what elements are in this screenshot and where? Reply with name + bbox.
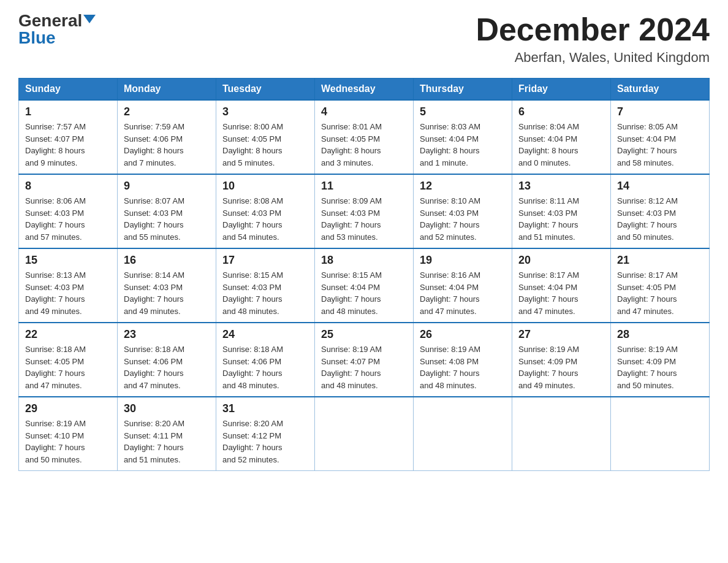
day-cell-9: 9Sunrise: 8:07 AM Sunset: 4:03 PM Daylig… — [118, 174, 216, 248]
day-info: Sunrise: 8:18 AM Sunset: 4:06 PM Dayligh… — [124, 343, 210, 391]
day-cell-26: 26Sunrise: 8:19 AM Sunset: 4:08 PM Dayli… — [414, 323, 512, 397]
day-cell-8: 8Sunrise: 8:06 AM Sunset: 4:03 PM Daylig… — [19, 174, 118, 248]
day-number: 9 — [124, 180, 210, 193]
day-info: Sunrise: 8:11 AM Sunset: 4:03 PM Dayligh… — [518, 195, 604, 243]
empty-cell — [611, 397, 710, 471]
day-number: 13 — [518, 180, 604, 193]
calendar-table: SundayMondayTuesdayWednesdayThursdayFrid… — [18, 78, 710, 471]
day-info: Sunrise: 8:01 AM Sunset: 4:05 PM Dayligh… — [321, 121, 407, 169]
day-cell-23: 23Sunrise: 8:18 AM Sunset: 4:06 PM Dayli… — [118, 323, 216, 397]
day-cell-29: 29Sunrise: 8:19 AM Sunset: 4:10 PM Dayli… — [19, 397, 118, 471]
day-number: 24 — [222, 328, 308, 341]
empty-cell — [414, 397, 512, 471]
weekday-header-friday: Friday — [512, 79, 611, 101]
weekday-header-sunday: Sunday — [19, 79, 118, 101]
weekday-header-wednesday: Wednesday — [315, 79, 414, 101]
day-number: 17 — [222, 254, 308, 267]
day-info: Sunrise: 8:18 AM Sunset: 4:06 PM Dayligh… — [222, 343, 308, 391]
weekday-header-saturday: Saturday — [611, 79, 710, 101]
day-number: 30 — [124, 402, 210, 415]
day-info: Sunrise: 8:00 AM Sunset: 4:05 PM Dayligh… — [222, 121, 308, 169]
week-row-3: 15Sunrise: 8:13 AM Sunset: 4:03 PM Dayli… — [19, 248, 710, 323]
day-number: 4 — [321, 105, 407, 118]
day-number: 6 — [518, 105, 604, 118]
day-info: Sunrise: 8:04 AM Sunset: 4:04 PM Dayligh… — [518, 121, 604, 169]
logo: General Blue — [18, 12, 96, 47]
day-cell-10: 10Sunrise: 8:08 AM Sunset: 4:03 PM Dayli… — [216, 174, 315, 248]
weekday-header-monday: Monday — [118, 79, 216, 101]
day-number: 1 — [25, 105, 111, 118]
logo-general: General — [18, 12, 82, 29]
day-cell-25: 25Sunrise: 8:19 AM Sunset: 4:07 PM Dayli… — [315, 323, 414, 397]
day-number: 23 — [124, 328, 210, 341]
empty-cell — [512, 397, 611, 471]
day-number: 25 — [321, 328, 407, 341]
month-title: December 2024 — [476, 12, 710, 47]
day-info: Sunrise: 8:10 AM Sunset: 4:03 PM Dayligh… — [420, 195, 506, 243]
day-info: Sunrise: 8:03 AM Sunset: 4:04 PM Dayligh… — [420, 121, 506, 169]
day-cell-11: 11Sunrise: 8:09 AM Sunset: 4:03 PM Dayli… — [315, 174, 414, 248]
day-number: 19 — [420, 254, 506, 267]
day-info: Sunrise: 8:19 AM Sunset: 4:08 PM Dayligh… — [420, 343, 506, 391]
day-number: 31 — [222, 402, 308, 415]
day-info: Sunrise: 8:18 AM Sunset: 4:05 PM Dayligh… — [25, 343, 111, 391]
day-number: 21 — [617, 254, 703, 267]
location-title: Aberfan, Wales, United Kingdom — [476, 50, 710, 66]
day-cell-30: 30Sunrise: 8:20 AM Sunset: 4:11 PM Dayli… — [118, 397, 216, 471]
day-info: Sunrise: 8:19 AM Sunset: 4:10 PM Dayligh… — [25, 418, 111, 465]
day-number: 11 — [321, 180, 407, 193]
day-cell-3: 3Sunrise: 8:00 AM Sunset: 4:05 PM Daylig… — [216, 100, 315, 174]
day-number: 3 — [222, 105, 308, 118]
day-cell-12: 12Sunrise: 8:10 AM Sunset: 4:03 PM Dayli… — [414, 174, 512, 248]
day-info: Sunrise: 8:16 AM Sunset: 4:04 PM Dayligh… — [420, 269, 506, 317]
day-info: Sunrise: 8:05 AM Sunset: 4:04 PM Dayligh… — [617, 121, 703, 169]
day-number: 2 — [124, 105, 210, 118]
day-cell-4: 4Sunrise: 8:01 AM Sunset: 4:05 PM Daylig… — [315, 100, 414, 174]
logo-blue: Blue — [18, 29, 56, 47]
title-block: December 2024 Aberfan, Wales, United Kin… — [476, 12, 710, 66]
day-number: 28 — [617, 328, 703, 341]
day-cell-6: 6Sunrise: 8:04 AM Sunset: 4:04 PM Daylig… — [512, 100, 611, 174]
day-info: Sunrise: 8:19 AM Sunset: 4:09 PM Dayligh… — [617, 343, 703, 391]
day-info: Sunrise: 8:20 AM Sunset: 4:11 PM Dayligh… — [124, 418, 210, 465]
day-info: Sunrise: 8:13 AM Sunset: 4:03 PM Dayligh… — [25, 269, 111, 317]
day-cell-15: 15Sunrise: 8:13 AM Sunset: 4:03 PM Dayli… — [19, 248, 118, 323]
week-row-1: 1Sunrise: 7:57 AM Sunset: 4:07 PM Daylig… — [19, 100, 710, 174]
day-number: 18 — [321, 254, 407, 267]
day-info: Sunrise: 8:08 AM Sunset: 4:03 PM Dayligh… — [222, 195, 308, 243]
day-info: Sunrise: 8:17 AM Sunset: 4:05 PM Dayligh… — [617, 269, 703, 317]
day-cell-27: 27Sunrise: 8:19 AM Sunset: 4:09 PM Dayli… — [512, 323, 611, 397]
weekday-header-row: SundayMondayTuesdayWednesdayThursdayFrid… — [19, 79, 710, 101]
week-row-2: 8Sunrise: 8:06 AM Sunset: 4:03 PM Daylig… — [19, 174, 710, 248]
page-header: General Blue December 2024 Aberfan, Wale… — [18, 12, 710, 66]
day-cell-18: 18Sunrise: 8:15 AM Sunset: 4:04 PM Dayli… — [315, 248, 414, 323]
day-cell-24: 24Sunrise: 8:18 AM Sunset: 4:06 PM Dayli… — [216, 323, 315, 397]
day-number: 27 — [518, 328, 604, 341]
day-number: 15 — [25, 254, 111, 267]
day-cell-31: 31Sunrise: 8:20 AM Sunset: 4:12 PM Dayli… — [216, 397, 315, 471]
day-info: Sunrise: 8:15 AM Sunset: 4:03 PM Dayligh… — [222, 269, 308, 317]
day-cell-21: 21Sunrise: 8:17 AM Sunset: 4:05 PM Dayli… — [611, 248, 710, 323]
day-info: Sunrise: 8:19 AM Sunset: 4:07 PM Dayligh… — [321, 343, 407, 391]
day-number: 29 — [25, 402, 111, 415]
day-cell-5: 5Sunrise: 8:03 AM Sunset: 4:04 PM Daylig… — [414, 100, 512, 174]
day-info: Sunrise: 8:20 AM Sunset: 4:12 PM Dayligh… — [222, 418, 308, 465]
day-number: 8 — [25, 180, 111, 193]
day-info: Sunrise: 8:07 AM Sunset: 4:03 PM Dayligh… — [124, 195, 210, 243]
day-info: Sunrise: 7:59 AM Sunset: 4:06 PM Dayligh… — [124, 121, 210, 169]
day-cell-20: 20Sunrise: 8:17 AM Sunset: 4:04 PM Dayli… — [512, 248, 611, 323]
day-number: 20 — [518, 254, 604, 267]
week-row-5: 29Sunrise: 8:19 AM Sunset: 4:10 PM Dayli… — [19, 397, 710, 471]
day-info: Sunrise: 8:19 AM Sunset: 4:09 PM Dayligh… — [518, 343, 604, 391]
day-number: 10 — [222, 180, 308, 193]
week-row-4: 22Sunrise: 8:18 AM Sunset: 4:05 PM Dayli… — [19, 323, 710, 397]
day-number: 16 — [124, 254, 210, 267]
day-cell-1: 1Sunrise: 7:57 AM Sunset: 4:07 PM Daylig… — [19, 100, 118, 174]
day-number: 12 — [420, 180, 506, 193]
day-info: Sunrise: 8:17 AM Sunset: 4:04 PM Dayligh… — [518, 269, 604, 317]
day-cell-14: 14Sunrise: 8:12 AM Sunset: 4:03 PM Dayli… — [611, 174, 710, 248]
day-number: 26 — [420, 328, 506, 341]
day-info: Sunrise: 8:15 AM Sunset: 4:04 PM Dayligh… — [321, 269, 407, 317]
day-number: 14 — [617, 180, 703, 193]
weekday-header-thursday: Thursday — [414, 79, 512, 101]
